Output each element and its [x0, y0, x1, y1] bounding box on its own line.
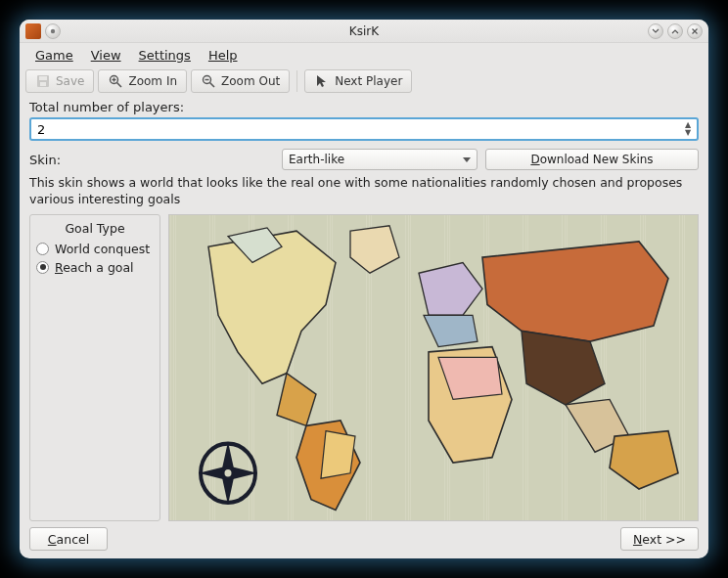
- players-label: Total number of players:: [29, 100, 699, 114]
- download-skins-button[interactable]: Download New Skins: [485, 149, 699, 170]
- world-map-icon: [169, 215, 698, 520]
- menu-view[interactable]: View: [83, 46, 129, 65]
- next-player-button[interactable]: Next Player: [304, 69, 412, 93]
- zoom-out-button[interactable]: Zoom Out: [191, 69, 290, 93]
- radio-reach-label: Reach a goal: [55, 260, 134, 275]
- players-input[interactable]: [37, 122, 681, 137]
- zoom-out-label: Zoom Out: [221, 74, 280, 88]
- window-title: KsirK: [20, 24, 708, 38]
- svg-point-12: [223, 467, 233, 478]
- save-button[interactable]: Save: [25, 69, 94, 93]
- cursor-icon: [314, 73, 330, 89]
- app-icon: [25, 23, 41, 39]
- toolbar: Save Zoom In Zoom Out Next Player: [20, 67, 708, 98]
- circle-icon: [49, 27, 57, 35]
- footer-spacer: [108, 527, 620, 551]
- close-button[interactable]: [687, 23, 703, 39]
- footer-row: Cancel Next >>: [29, 527, 699, 551]
- titlebar-left: [25, 23, 61, 39]
- radio-icon: [36, 261, 49, 274]
- next-player-label: Next Player: [335, 74, 402, 88]
- svg-point-0: [51, 28, 55, 32]
- zoom-out-icon: [201, 73, 216, 89]
- menu-game[interactable]: Game: [27, 46, 81, 65]
- zoom-in-icon: [108, 73, 123, 89]
- menu-help[interactable]: Help: [201, 46, 246, 65]
- radio-world-conquest[interactable]: World conquest: [36, 242, 154, 256]
- minimize-button[interactable]: [648, 23, 663, 39]
- radio-reach-goal[interactable]: Reach a goal: [36, 260, 154, 275]
- zoom-in-label: Zoom In: [128, 74, 177, 88]
- spin-down[interactable]: ▼: [681, 129, 695, 137]
- titlebar: KsirK: [20, 20, 708, 43]
- radio-world-label: World conquest: [55, 242, 150, 256]
- svg-rect-2: [39, 76, 47, 80]
- save-icon: [35, 73, 51, 89]
- save-label: Save: [56, 74, 84, 88]
- radio-icon: [36, 243, 49, 255]
- middle-row: Goal Type World conquest Reach a goal: [29, 214, 699, 521]
- chevron-down-icon: [652, 27, 660, 35]
- close-icon: [691, 27, 699, 35]
- next-button[interactable]: Next >>: [620, 527, 699, 551]
- menubar: Game View Settings Help: [20, 43, 708, 67]
- zoom-in-button[interactable]: Zoom In: [98, 69, 187, 93]
- spinbox-arrows: ▲ ▼: [681, 121, 695, 137]
- skin-row: Skin: Earth-like Download New Skins: [29, 149, 699, 170]
- skin-selected-value: Earth-like: [289, 153, 344, 166]
- content-area: Total number of players: ▲ ▼ Skin: Earth…: [20, 98, 708, 558]
- cancel-button[interactable]: Cancel: [29, 527, 108, 551]
- svg-rect-3: [40, 82, 46, 86]
- maximize-button[interactable]: [667, 23, 683, 39]
- goal-type-title: Goal Type: [36, 221, 154, 236]
- window-frame: KsirK Game View Settings Help Save: [20, 20, 708, 558]
- svg-line-9: [210, 83, 215, 88]
- window-menu-button[interactable]: [45, 23, 61, 39]
- players-spinbox[interactable]: ▲ ▼: [29, 117, 699, 141]
- titlebar-right: [648, 23, 703, 39]
- world-map-preview: [168, 214, 699, 521]
- toolbar-separator: [296, 70, 297, 92]
- svg-line-5: [117, 83, 122, 88]
- goal-type-pane: Goal Type World conquest Reach a goal: [29, 214, 160, 521]
- skin-description: This skin shows a world that looks like …: [29, 175, 699, 208]
- menu-settings[interactable]: Settings: [131, 46, 199, 65]
- skin-select[interactable]: Earth-like: [282, 149, 478, 170]
- chevron-up-icon: [671, 27, 679, 35]
- skin-label: Skin:: [29, 153, 274, 167]
